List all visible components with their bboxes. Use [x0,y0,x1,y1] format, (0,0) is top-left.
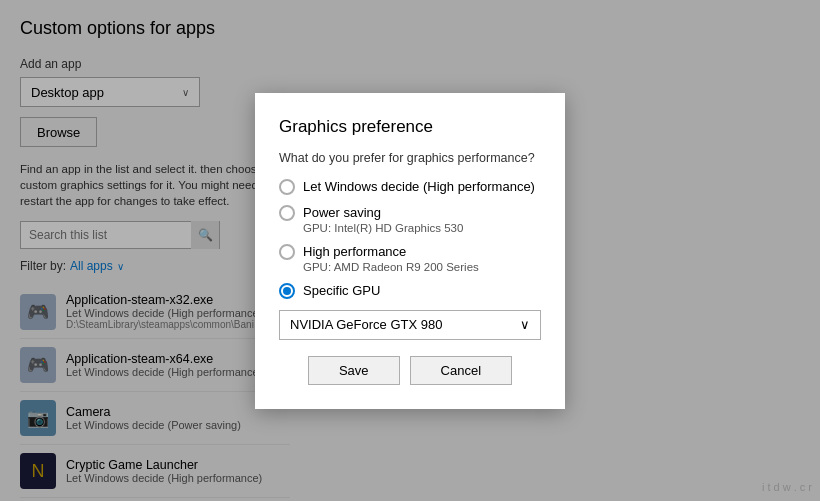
radio-button-high-performance[interactable] [279,244,295,260]
radio-sub-high-performance: GPU: AMD Radeon R9 200 Series [303,261,541,273]
radio-label-windows-decide: Let Windows decide (High performance) [303,179,535,194]
modal-title: Graphics preference [279,117,541,137]
gpu-dropdown-value: NVIDIA GeForce GTX 980 [290,317,442,332]
radio-item-power-saving: Power saving GPU: Intel(R) HD Graphics 5… [279,205,541,234]
radio-row-windows-decide[interactable]: Let Windows decide (High performance) [279,179,541,195]
save-button[interactable]: Save [308,356,400,385]
radio-row-specific-gpu[interactable]: Specific GPU [279,283,541,299]
radio-row-power-saving[interactable]: Power saving [279,205,541,221]
radio-button-windows-decide[interactable] [279,179,295,195]
radio-label-power-saving: Power saving [303,205,381,220]
radio-group: Let Windows decide (High performance) Po… [279,179,541,340]
radio-item-specific-gpu: Specific GPU NVIDIA GeForce GTX 980 ∨ [279,283,541,340]
graphics-preference-modal: Graphics preference What do you prefer f… [255,93,565,409]
modal-buttons: Save Cancel [279,356,541,385]
radio-row-high-performance[interactable]: High performance [279,244,541,260]
radio-button-specific-gpu[interactable] [279,283,295,299]
radio-button-power-saving[interactable] [279,205,295,221]
watermark: i t d w . c r [762,481,812,493]
cancel-button[interactable]: Cancel [410,356,512,385]
radio-item-high-performance: High performance GPU: AMD Radeon R9 200 … [279,244,541,273]
modal-overlay: Graphics preference What do you prefer f… [0,0,820,501]
gpu-dropdown[interactable]: NVIDIA GeForce GTX 980 ∨ [279,310,541,340]
radio-sub-power-saving: GPU: Intel(R) HD Graphics 530 [303,222,541,234]
modal-question: What do you prefer for graphics performa… [279,151,541,165]
radio-label-specific-gpu: Specific GPU [303,283,380,298]
radio-item-windows-decide: Let Windows decide (High performance) [279,179,541,195]
radio-label-high-performance: High performance [303,244,406,259]
gpu-dropdown-arrow-icon: ∨ [520,317,530,332]
